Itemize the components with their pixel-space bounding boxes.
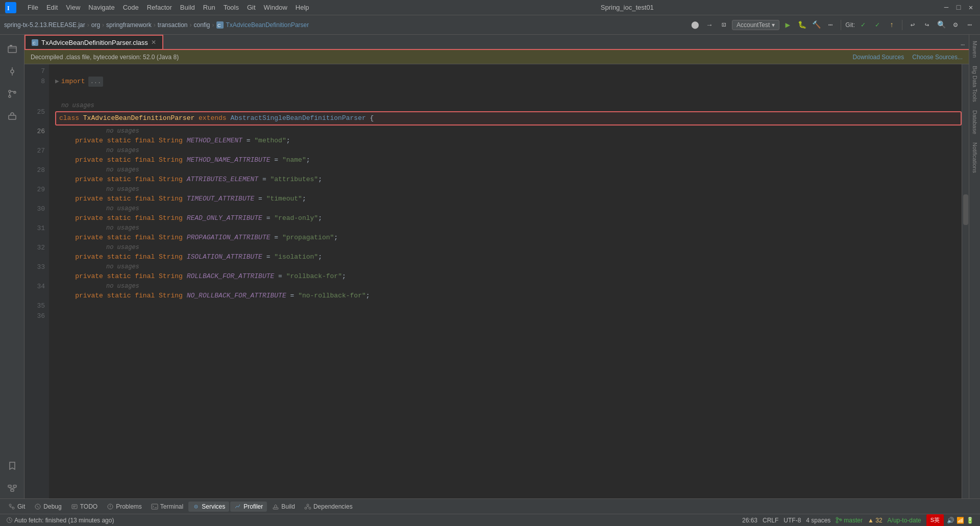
bottom-problems-btn[interactable]: Problems <box>103 502 146 512</box>
menu-tools[interactable]: Tools <box>220 3 242 12</box>
sidebar-bookmarks[interactable] <box>2 456 22 476</box>
tab-txadvice[interactable]: C TxAdviceBeanDefinitionParser.class ✕ <box>24 35 163 49</box>
tray-icon-1: 🔊 <box>947 517 954 524</box>
sidebar-project[interactable] <box>2 39 22 59</box>
search-button[interactable]: 🔍 <box>935 19 947 31</box>
breadcrumb-class[interactable]: TxAdviceBeanDefinitionParser <box>226 21 309 29</box>
code-line-28: private static final String METHOD_NAME_… <box>55 155 962 165</box>
menu-code[interactable]: Code <box>120 3 142 12</box>
code-line-31: private static final String READ_ONLY_AT… <box>55 213 962 223</box>
linenum-29: 29 <box>24 185 45 195</box>
debug-button[interactable]: 🐛 <box>796 19 808 31</box>
bottom-terminal-btn[interactable]: Terminal <box>147 502 187 512</box>
git-update-icon[interactable]: ↑ <box>886 19 898 31</box>
breadcrumb-org[interactable]: org <box>91 21 100 29</box>
more-run-button[interactable]: ⋯ <box>824 19 837 31</box>
code-line-36 <box>55 301 962 311</box>
linenum-26: 26 <box>24 127 45 137</box>
window-controls: ─ □ ✕ <box>942 4 975 12</box>
class-file-icon: C <box>216 21 224 29</box>
bottom-profiler-btn[interactable]: Profiler <box>230 502 267 512</box>
sidebar-database[interactable]: Database <box>971 106 979 138</box>
linenum-blank3 <box>24 117 45 127</box>
breadcrumb-springframework[interactable]: springframework <box>106 21 152 29</box>
svg-point-9 <box>9 90 11 92</box>
menu-window[interactable]: Window <box>261 3 290 12</box>
download-sources-link[interactable]: Download Sources <box>853 54 904 61</box>
sidebar-maven[interactable]: Maven <box>971 37 979 62</box>
status-line-endings[interactable]: CRLF <box>761 517 780 524</box>
toolbar-divider2 <box>902 20 902 30</box>
maximize-button[interactable]: □ <box>954 4 963 12</box>
build-button[interactable]: 🔨 <box>810 19 822 31</box>
nav-forward-button[interactable]: → <box>703 19 716 31</box>
account-button[interactable]: AccountTest ▾ <box>732 20 779 30</box>
menu-build[interactable]: Build <box>177 3 198 12</box>
bottom-git-btn[interactable]: Git <box>4 502 29 512</box>
sidebar-aws-toolkit[interactable] <box>2 106 22 127</box>
menu-git[interactable]: Git <box>244 3 259 12</box>
breadcrumb-config[interactable]: config <box>194 21 210 29</box>
breadcrumb-transaction[interactable]: transaction <box>158 21 188 29</box>
bottom-dependencies-btn[interactable]: Dependencies <box>300 502 357 512</box>
nav-back-button[interactable]: ⬤ <box>689 19 701 31</box>
tab-more-button[interactable]: ⋯ <box>957 41 969 49</box>
more-options-button[interactable]: ⋯ <box>964 19 976 31</box>
decompile-banner: Decompiled .class file, bytecode version… <box>24 50 969 64</box>
settings-button[interactable]: ⚙ <box>949 19 962 31</box>
status-charset[interactable]: UTF-8 <box>781 517 803 524</box>
svg-point-24 <box>12 507 14 509</box>
git-push-icon[interactable]: ✓ <box>871 19 884 31</box>
run-button[interactable]: ▶ <box>781 19 794 31</box>
redo-button[interactable]: ↪ <box>921 19 933 31</box>
choose-sources-link[interactable]: Choose Sources... <box>912 54 963 61</box>
toolbar-divider <box>841 20 841 30</box>
sidebar-notifications[interactable]: Notifications <box>971 138 979 177</box>
status-message[interactable]: Auto fetch: finished (13 minutes ago) <box>4 514 116 526</box>
menu-view[interactable]: View <box>63 3 83 12</box>
bottom-build-btn[interactable]: Build <box>268 502 299 512</box>
menu-refactor[interactable]: Refactor <box>144 3 175 12</box>
breadcrumb-jar[interactable]: spring-tx-5.2.13.RELEASE.jar <box>4 21 85 29</box>
sidebar-structure[interactable] <box>2 478 22 498</box>
bottom-toolbar: Git Debug TODO Problems Terminal Service… <box>0 498 980 514</box>
bottom-services-btn[interactable]: Services <box>188 502 229 512</box>
no-usages-9: no usages <box>55 262 962 271</box>
undo-button[interactable]: ↩ <box>906 19 919 31</box>
close-button[interactable]: ✕ <box>967 4 975 12</box>
git-check-icon[interactable]: ✓ <box>857 19 869 31</box>
code-line-26-highlighted: class TxAdviceBeanDefinitionParser exten… <box>55 111 962 126</box>
left-sidebar <box>0 35 24 498</box>
sidebar-commit[interactable] <box>2 61 22 82</box>
linenum-30: 30 <box>24 204 45 214</box>
minimize-button[interactable]: ─ <box>942 4 950 12</box>
sidebar-pull-requests[interactable] <box>2 84 22 104</box>
editor-scrollbar[interactable] <box>962 64 969 498</box>
terminal-icon <box>151 503 158 510</box>
bottom-debug-btn[interactable]: Debug <box>30 502 65 512</box>
code-content[interactable]: ▶ import ... no usages class TxAdviceBea… <box>49 64 962 498</box>
scrollbar-thumb[interactable] <box>963 194 968 225</box>
branch-name: master <box>844 517 863 524</box>
menu-file[interactable]: File <box>24 3 41 12</box>
menu-edit[interactable]: Edit <box>43 3 61 12</box>
status-up-to-date[interactable]: A/up-to-date <box>886 517 923 524</box>
menu-run[interactable]: Run <box>200 3 218 12</box>
bottom-todo-btn[interactable]: TODO <box>67 502 102 512</box>
status-warnings[interactable]: ▲ 32 <box>866 517 885 524</box>
linenum-32: 32 <box>24 243 45 253</box>
code-line-7 <box>55 66 962 77</box>
status-branch[interactable]: master <box>834 517 865 524</box>
linenum-7: 7 <box>24 66 45 77</box>
line-numbers: 7 8 25 26 27 28 29 30 31 32 <box>24 64 49 498</box>
status-position[interactable]: 26:63 <box>740 517 760 524</box>
status-indent[interactable]: 4 spaces <box>804 517 832 524</box>
menu-help[interactable]: Help <box>292 3 312 12</box>
code-line-30: private static final String TIMEOUT_ATTR… <box>55 194 962 204</box>
menu-navigate[interactable]: Navigate <box>85 3 117 12</box>
charset-text: UTF-8 <box>783 517 801 524</box>
tab-close-button[interactable]: ✕ <box>151 39 156 46</box>
linenum-blank2 <box>24 97 45 107</box>
recent-files-button[interactable]: ⊡ <box>718 19 730 31</box>
sidebar-bigdata[interactable]: Big Data Tools <box>971 62 979 106</box>
